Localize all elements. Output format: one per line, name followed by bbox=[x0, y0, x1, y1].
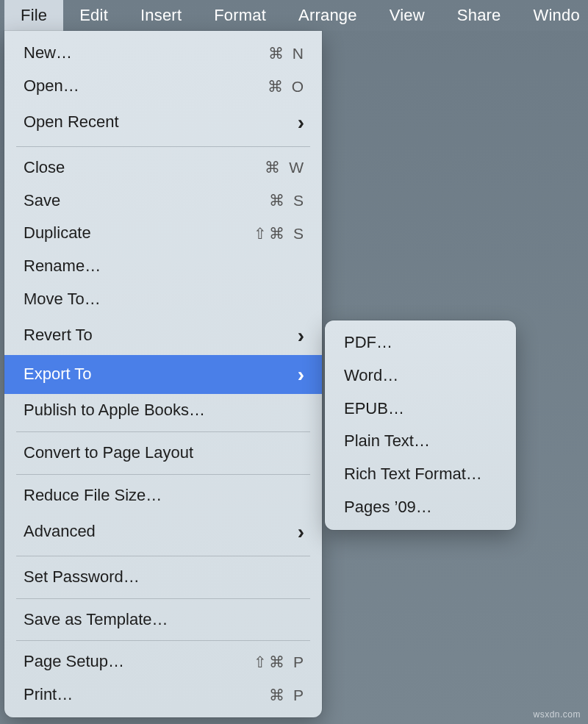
menubar: FileEditInsertFormatArrangeViewShareWind… bbox=[0, 0, 588, 31]
export-to-submenu: PDF…Word…EPUB…Plain Text…Rich Text Forma… bbox=[325, 320, 516, 530]
file-menu-close-label: Close bbox=[24, 157, 247, 179]
file-menu-move-to[interactable]: Move To… bbox=[4, 283, 322, 316]
export-rtf[interactable]: Rich Text Format… bbox=[325, 458, 516, 491]
file-menu-save-shortcut: ⌘ S bbox=[247, 190, 306, 211]
chevron-right-icon: › bbox=[298, 108, 306, 137]
menu-separator bbox=[16, 556, 310, 556]
file-menu-dropdown: New…⌘ NOpen…⌘ OOpen Recent›Close⌘ WSave⌘… bbox=[4, 31, 322, 717]
file-menu-print[interactable]: Print…⌘ P bbox=[4, 678, 322, 712]
menu-separator bbox=[16, 146, 310, 147]
file-menu-set-password-label: Set Password… bbox=[24, 566, 306, 589]
file-menu-open[interactable]: Open…⌘ O bbox=[4, 70, 322, 103]
file-menu-set-password[interactable]: Set Password… bbox=[4, 561, 322, 594]
file-menu-revert-to[interactable]: Revert To› bbox=[4, 316, 322, 355]
file-menu-save-label: Save bbox=[24, 190, 247, 212]
chevron-right-icon: › bbox=[298, 360, 306, 389]
file-menu-export-to[interactable]: Export To› bbox=[4, 355, 322, 394]
file-menu-save-template[interactable]: Save as Template… bbox=[4, 603, 322, 637]
menubar-share[interactable]: Share bbox=[441, 0, 517, 31]
export-word[interactable]: Word… bbox=[325, 359, 516, 393]
file-menu-new[interactable]: New…⌘ N bbox=[4, 37, 322, 70]
menu-separator bbox=[16, 598, 310, 599]
chevron-right-icon: › bbox=[298, 321, 306, 350]
menubar-view[interactable]: View bbox=[373, 0, 441, 31]
export-word-label: Word… bbox=[344, 365, 500, 387]
file-menu-print-shortcut: ⌘ P bbox=[247, 684, 306, 706]
file-menu-export-to-label: Export To bbox=[24, 363, 298, 386]
file-menu-duplicate-label: Duplicate bbox=[24, 222, 247, 245]
export-plaintext[interactable]: Plain Text… bbox=[325, 425, 516, 458]
file-menu-close-shortcut: ⌘ W bbox=[247, 157, 306, 178]
export-pages09-label: Pages ’09… bbox=[344, 496, 500, 519]
file-menu-duplicate-shortcut: ⇧⌘ S bbox=[247, 223, 306, 244]
file-menu-open-shortcut: ⌘ O bbox=[247, 76, 306, 97]
file-menu-page-setup-label: Page Setup… bbox=[24, 650, 247, 673]
export-rtf-label: Rich Text Format… bbox=[344, 463, 500, 486]
file-menu-advanced[interactable]: Advanced› bbox=[4, 512, 322, 551]
menubar-edit[interactable]: Edit bbox=[63, 0, 124, 31]
file-menu-open-recent-label: Open Recent bbox=[24, 111, 298, 134]
export-epub[interactable]: EPUB… bbox=[325, 393, 516, 426]
file-menu-save-template-label: Save as Template… bbox=[24, 609, 306, 631]
menu-separator bbox=[16, 474, 310, 475]
file-menu-close[interactable]: Close⌘ W bbox=[4, 151, 322, 184]
file-menu-rename-label: Rename… bbox=[24, 255, 306, 278]
menubar-window[interactable]: Windo bbox=[517, 0, 588, 31]
export-epub-label: EPUB… bbox=[344, 398, 500, 420]
file-menu-convert-label: Convert to Page Layout bbox=[24, 442, 306, 465]
menu-separator bbox=[16, 431, 310, 432]
file-menu-rename[interactable]: Rename… bbox=[4, 250, 322, 283]
file-menu-reduce-label: Reduce File Size… bbox=[24, 484, 306, 507]
export-pdf[interactable]: PDF… bbox=[325, 326, 516, 359]
file-menu-convert[interactable]: Convert to Page Layout bbox=[4, 437, 322, 470]
export-plaintext-label: Plain Text… bbox=[344, 430, 500, 453]
file-menu-new-shortcut: ⌘ N bbox=[247, 43, 306, 64]
file-menu-move-to-label: Move To… bbox=[24, 288, 306, 311]
file-menu-save[interactable]: Save⌘ S bbox=[4, 184, 322, 218]
menubar-format[interactable]: Format bbox=[198, 0, 282, 31]
file-menu-open-label: Open… bbox=[24, 75, 247, 98]
menubar-arrange[interactable]: Arrange bbox=[282, 0, 373, 31]
export-pages09[interactable]: Pages ’09… bbox=[325, 491, 516, 524]
menubar-file[interactable]: File bbox=[4, 0, 63, 31]
file-menu-advanced-label: Advanced bbox=[24, 520, 298, 543]
file-menu-reduce[interactable]: Reduce File Size… bbox=[4, 479, 322, 512]
file-menu-new-label: New… bbox=[24, 42, 247, 65]
file-menu-page-setup-shortcut: ⇧⌘ P bbox=[247, 651, 306, 673]
file-menu-page-setup[interactable]: Page Setup…⇧⌘ P bbox=[4, 645, 322, 678]
file-menu-revert-to-label: Revert To bbox=[24, 324, 298, 347]
menu-separator bbox=[16, 640, 310, 641]
chevron-right-icon: › bbox=[298, 517, 306, 546]
file-menu-publish-label: Publish to Apple Books… bbox=[24, 399, 306, 422]
file-menu-open-recent[interactable]: Open Recent› bbox=[4, 103, 322, 142]
menubar-insert[interactable]: Insert bbox=[124, 0, 198, 31]
file-menu-print-label: Print… bbox=[24, 684, 247, 706]
file-menu-duplicate[interactable]: Duplicate⇧⌘ S bbox=[4, 217, 322, 250]
watermark: wsxdn.com bbox=[533, 709, 581, 720]
export-pdf-label: PDF… bbox=[344, 331, 500, 354]
file-menu-publish[interactable]: Publish to Apple Books… bbox=[4, 394, 322, 427]
